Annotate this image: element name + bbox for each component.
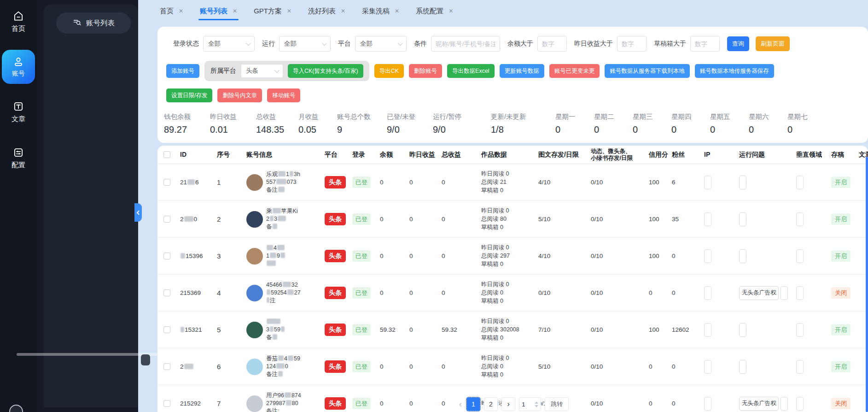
run-problem-input[interactable]: 无头条广告权	[739, 397, 779, 411]
close-icon[interactable]: ✕	[179, 8, 183, 14]
sidebar-item-account[interactable]: 账号	[2, 50, 35, 84]
add-account-button[interactable]: 添加账号	[166, 64, 199, 78]
account-name-lines: 乘苹果Ki23备	[266, 208, 298, 230]
toolbar-button-设置日限/存发[interactable]: 设置日限/存发	[166, 88, 212, 102]
jump-button[interactable]: 跳转	[545, 397, 569, 411]
page-button-1[interactable]: 1	[466, 397, 480, 411]
account-name-line: 19	[266, 253, 285, 259]
run-problem-box[interactable]	[739, 323, 746, 337]
vertical-scrollbar[interactable]	[866, 157, 868, 412]
stepper-down-icon[interactable]	[535, 405, 538, 407]
blur-redaction	[286, 400, 291, 406]
condition-input[interactable]	[431, 36, 500, 52]
tab-label: 采集洗稿	[362, 7, 390, 16]
run-problem-box[interactable]	[739, 249, 746, 263]
blur-redaction	[267, 260, 276, 266]
stat-value: 9/0	[433, 124, 491, 135]
toolbar-button-导出数据Excel[interactable]: 导出数据Excel	[447, 64, 495, 78]
run-problem-box[interactable]	[781, 397, 788, 411]
import-ck-button[interactable]: 导入CK(暂支持头条/百家)	[288, 64, 363, 78]
vertical-field-input[interactable]	[796, 360, 804, 374]
query-button[interactable]: 查询	[727, 36, 749, 51]
account-id: 20	[180, 216, 215, 223]
row-checkbox[interactable]	[163, 400, 170, 407]
vertical-field-input[interactable]	[796, 212, 804, 226]
config-icon	[12, 147, 24, 159]
collapse-handle[interactable]	[134, 203, 142, 222]
vertical-field-input[interactable]	[796, 176, 804, 189]
panel-title-pill[interactable]: 账号列表	[56, 12, 131, 34]
toolbar-button-移动账号[interactable]: 移动账号	[267, 88, 300, 102]
ip-input[interactable]	[704, 397, 711, 411]
jump-page-value: 1	[522, 401, 525, 408]
run-problem-box[interactable]	[739, 360, 746, 374]
prev-page-button[interactable]: ‹	[458, 400, 463, 409]
toolbar-button-账号已更变未更[interactable]: 账号已更变未更	[549, 64, 600, 78]
toolbar-button-删除账号[interactable]: 删除账号	[409, 64, 442, 78]
tab-账号列表[interactable]: 账号列表✕	[200, 7, 237, 16]
sidebar-item-config[interactable]: 配置	[0, 147, 37, 170]
cell-vertical	[794, 249, 829, 263]
run-problem-input[interactable]: 无头条广告权	[739, 286, 779, 300]
ip-input[interactable]	[704, 212, 711, 226]
store-status-badge: 开启	[831, 361, 851, 372]
row-checkbox[interactable]	[163, 179, 170, 186]
close-icon[interactable]: ✕	[341, 8, 345, 14]
ip-input[interactable]	[704, 323, 711, 337]
tab-首页[interactable]: 首页✕	[160, 7, 183, 16]
toolbar-button-导出CK[interactable]: 导出CK	[374, 64, 404, 78]
toolbar-button-删除号内文章[interactable]: 删除号内文章	[217, 88, 262, 102]
cell-fans: 0	[670, 289, 702, 296]
row-checkbox[interactable]	[163, 289, 170, 296]
row-checkbox[interactable]	[163, 363, 170, 370]
stepper-up-icon[interactable]	[535, 401, 538, 404]
ip-input[interactable]	[704, 249, 711, 263]
vertical-field-input[interactable]	[796, 249, 804, 263]
ip-input[interactable]	[704, 360, 711, 374]
platform-filter-select[interactable]: 全部	[355, 36, 407, 52]
toolbar-button-账号数据从服务器下载到本地[interactable]: 账号数据从服务器下载到本地	[605, 64, 690, 78]
page-button-2[interactable]: 2	[484, 397, 498, 411]
platform-group-select[interactable]: 头条	[241, 64, 283, 78]
row-checkbox[interactable]	[163, 326, 170, 333]
select-all-checkbox[interactable]	[163, 151, 170, 158]
stepper-icons[interactable]	[535, 401, 538, 407]
yesterday-gt-input[interactable]	[617, 36, 647, 52]
refresh-page-button[interactable]: 刷新页面	[756, 36, 790, 51]
ip-input[interactable]	[704, 176, 711, 189]
cell-platform: 头条	[322, 397, 350, 410]
login-status-select[interactable]: 全部	[203, 36, 255, 52]
vertical-field-input[interactable]	[796, 397, 804, 411]
works-line: 草稿箱 0	[481, 187, 536, 194]
account-name-line: 5925427	[266, 289, 301, 296]
tab-GPT方案[interactable]: GPT方案✕	[254, 7, 291, 16]
toolbar-button-账号数据本地传服务器保存[interactable]: 账号数据本地传服务器保存	[695, 64, 774, 78]
next-page-button[interactable]: ›	[501, 397, 515, 411]
text-fragment: 124	[266, 363, 276, 370]
draft-gt-input[interactable]	[690, 36, 720, 52]
vertical-field-input[interactable]	[796, 286, 804, 300]
jump-page-input[interactable]: 1	[519, 397, 541, 411]
stat-星期四: 星期四0	[671, 112, 710, 135]
avatar	[246, 285, 263, 301]
run-problem-box[interactable]	[739, 212, 746, 226]
run-problem-box[interactable]	[739, 176, 746, 189]
close-icon[interactable]: ✕	[449, 8, 453, 14]
close-icon[interactable]: ✕	[395, 8, 399, 14]
tab-采集洗稿[interactable]: 采集洗稿✕	[362, 7, 399, 16]
tab-洗好列表[interactable]: 洗好列表✕	[308, 7, 345, 16]
run-status-select[interactable]: 全部	[279, 36, 331, 52]
run-problem-box[interactable]	[781, 286, 788, 300]
close-icon[interactable]: ✕	[287, 8, 291, 14]
tab-系统配置[interactable]: 系统配置✕	[416, 7, 453, 16]
toolbar-button-更新账号数据[interactable]: 更新账号数据	[500, 64, 544, 78]
vertical-field-input[interactable]	[796, 323, 804, 337]
stat-账号总个数: 账号总个数9	[337, 112, 387, 135]
sidebar-item-article[interactable]: 文章	[0, 100, 37, 124]
sidebar-item-home[interactable]: 首页	[0, 10, 37, 33]
row-checkbox[interactable]	[163, 253, 170, 259]
row-checkbox[interactable]	[163, 216, 170, 223]
close-icon[interactable]: ✕	[233, 8, 237, 14]
ip-input[interactable]	[704, 286, 711, 300]
balance-gt-input[interactable]	[537, 36, 567, 52]
